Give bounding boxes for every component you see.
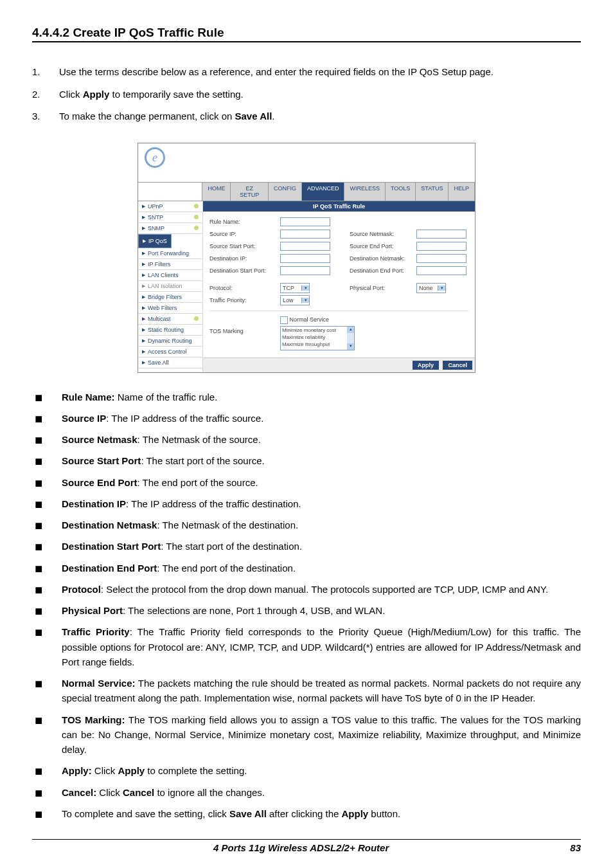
dest-netmask-label: Destination Netmask: <box>350 255 416 262</box>
bullet-icon: ◼ <box>32 561 62 575</box>
chevron-down-icon: ▾ <box>438 285 445 291</box>
status-dot-icon <box>194 316 199 321</box>
arrow-icon: ▶ <box>142 327 145 332</box>
physical-port-select[interactable]: None▾ <box>416 283 446 293</box>
bullet-icon: ◼ <box>32 676 62 706</box>
definition-text: Cancel: Click Cancel to ignore all the c… <box>62 785 581 800</box>
protocol-label: Protocol: <box>209 285 280 291</box>
arrow-icon: ▶ <box>142 273 145 278</box>
source-netmask-label: Source Netmask: <box>350 231 416 237</box>
panel-title: IP QoS Traffic Rule <box>203 201 475 212</box>
source-end-input[interactable] <box>416 242 466 251</box>
definition-text: Apply: Click Apply to complete the setti… <box>62 763 581 778</box>
normal-service-checkbox[interactable] <box>280 316 288 324</box>
source-start-label: Source Start Port: <box>209 243 280 249</box>
rule-name-input[interactable] <box>280 217 330 226</box>
definition-text: Source Start Port: The start port of the… <box>62 453 581 468</box>
sidebar-item-snmp[interactable]: ▶SNMP <box>138 223 202 234</box>
arrow-icon: ▶ <box>142 262 145 267</box>
tab-home[interactable]: HOME <box>202 183 231 201</box>
source-ip-label: Source IP: <box>209 231 280 237</box>
sidebar-item-multicast[interactable]: ▶Multicast <box>138 314 202 325</box>
step-number: 2. <box>32 86 59 104</box>
page-number: 83 <box>570 842 581 853</box>
definition-text: Traffic Priority: The Traffic Priority f… <box>62 624 581 669</box>
step-number: 1. <box>32 63 59 82</box>
tab-config[interactable]: CONFIG <box>269 183 302 201</box>
definition-text: Destination Start Port: The start port o… <box>62 539 581 554</box>
step-text: To make the change permanent, click on S… <box>59 107 581 126</box>
definition-list: ◼Rule Name: Name of the traffic rule.◼So… <box>32 390 581 822</box>
sidebar-item-lan-isolation[interactable]: ▶LAN Isolation <box>138 281 202 292</box>
scroll-down-icon[interactable]: ▾ <box>347 343 354 350</box>
dest-end-label: Destination End Port: <box>350 267 416 274</box>
bullet-icon: ◼ <box>32 582 62 597</box>
traffic-priority-select[interactable]: Low▾ <box>280 295 310 305</box>
dest-netmask-input[interactable] <box>416 254 466 263</box>
protocol-select[interactable]: TCP▾ <box>280 283 310 293</box>
tos-option[interactable]: Maximize reliability <box>281 334 354 341</box>
arrow-icon: ▶ <box>142 305 145 311</box>
dest-ip-label: Destination IP: <box>209 255 280 262</box>
rule-name-label: Rule Name: <box>209 219 280 225</box>
definition-text: Destination End Port: The end port of th… <box>62 561 581 575</box>
cancel-button[interactable]: Cancel <box>443 361 472 370</box>
sidebar-item-lan-clients[interactable]: ▶LAN Clients <box>138 270 202 281</box>
tab-advanced[interactable]: ADVANCED <box>302 183 344 201</box>
sidebar-item-upnp[interactable]: ▶UPnP <box>138 201 202 212</box>
status-dot-icon <box>194 204 199 208</box>
bullet-icon: ◼ <box>32 475 62 490</box>
sidebar-item-save-all[interactable]: ▶Save All <box>138 357 202 368</box>
dest-start-input[interactable] <box>280 266 330 275</box>
source-ip-input[interactable] <box>280 230 330 239</box>
bullet-icon: ◼ <box>32 496 62 511</box>
step-number: 3. <box>32 107 59 126</box>
tab-bar: HOMEEZ SETUPCONFIGADVANCEDWIRELESSTOOLSS… <box>138 182 475 201</box>
status-dot-icon <box>194 215 199 219</box>
definition-text: Destination Netmask: The Netmask of the … <box>62 518 581 532</box>
bullet-icon: ◼ <box>32 453 62 468</box>
status-dot-icon <box>194 226 199 230</box>
dest-ip-input[interactable] <box>280 254 330 263</box>
source-start-input[interactable] <box>280 242 330 251</box>
bullet-icon: ◼ <box>32 624 62 669</box>
tab-status[interactable]: STATUS <box>416 183 449 201</box>
bullet-icon: ◼ <box>32 603 62 618</box>
bullet-icon: ◼ <box>32 763 62 778</box>
sidebar-item-access-control[interactable]: ▶Access Control <box>138 347 202 357</box>
sidebar-item-ip-qos[interactable]: ▶IP QoS <box>138 234 172 248</box>
dest-end-input[interactable] <box>416 266 466 275</box>
definition-text: Rule Name: Name of the traffic rule. <box>62 390 581 404</box>
tos-option[interactable]: Minimize monetary cost <box>281 327 354 334</box>
arrow-icon: ▶ <box>142 349 145 354</box>
arrow-icon: ▶ <box>142 338 145 343</box>
tab-help[interactable]: HELP <box>449 183 475 201</box>
scroll-up-icon[interactable]: ▴ <box>347 327 354 333</box>
arrow-icon: ▶ <box>142 316 145 321</box>
section-title: 4.4.4.2 Create IP QoS Traffic Rule <box>32 26 581 42</box>
apply-button[interactable]: Apply <box>413 361 439 370</box>
tos-marking-label: TOS Marking <box>209 316 280 334</box>
arrow-icon: ▶ <box>142 204 145 209</box>
definition-text: Normal Service: The packets matching the… <box>62 676 581 706</box>
arrow-icon: ▶ <box>142 284 145 289</box>
tab-tools[interactable]: TOOLS <box>386 183 416 201</box>
sidebar-item-dynamic-routing[interactable]: ▶Dynamic Routing <box>138 336 202 347</box>
sidebar-item-bridge-filters[interactable]: ▶Bridge Filters <box>138 292 202 303</box>
sidebar-item-web-filters[interactable]: ▶Web Filters <box>138 303 202 314</box>
tab-wireless[interactable]: WIRELESS <box>344 183 386 201</box>
main-panel: IP QoS Traffic Rule Rule Name: Source IP… <box>203 201 475 372</box>
bullet-icon: ◼ <box>32 390 62 404</box>
sidebar-item-sntp[interactable]: ▶SNTP <box>138 212 202 223</box>
definition-text: Source Netmask: The Netmask of the sourc… <box>62 432 581 447</box>
tos-list[interactable]: Minimize monetary costMaximize reliabili… <box>280 326 355 350</box>
sidebar-item-static-routing[interactable]: ▶Static Routing <box>138 325 202 336</box>
tab-ez-setup[interactable]: EZ SETUP <box>231 183 269 201</box>
source-netmask-input[interactable] <box>416 230 466 239</box>
definition-text: Source End Port: The end port of the sou… <box>62 475 581 490</box>
tos-option[interactable]: Maximize throughput <box>281 341 354 348</box>
sidebar-item-ip-filters[interactable]: ▶IP Filters <box>138 259 202 270</box>
bullet-icon: ◼ <box>32 432 62 447</box>
chevron-down-icon: ▾ <box>301 298 309 303</box>
sidebar-item-port-forwarding[interactable]: ▶Port Forwarding <box>138 248 202 259</box>
